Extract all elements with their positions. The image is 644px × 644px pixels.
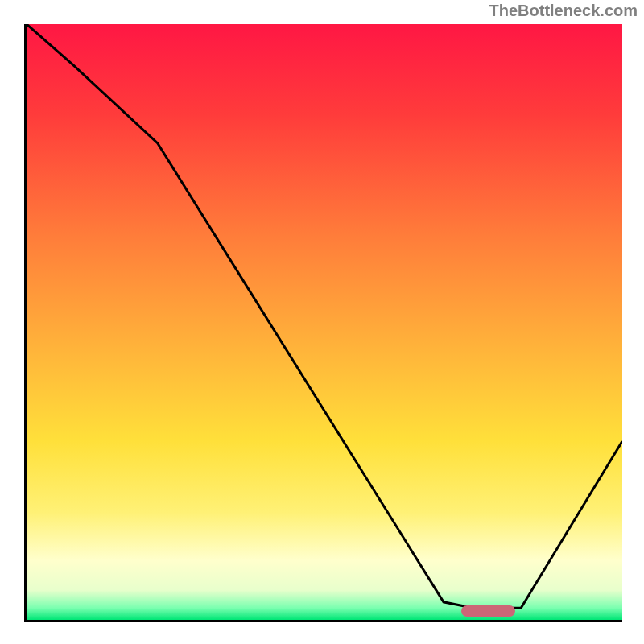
- chart-plot-area: [24, 24, 622, 622]
- watermark-text: TheBottleneck.com: [489, 2, 638, 20]
- curve-line: [27, 24, 622, 620]
- optimal-range-marker: [461, 605, 515, 617]
